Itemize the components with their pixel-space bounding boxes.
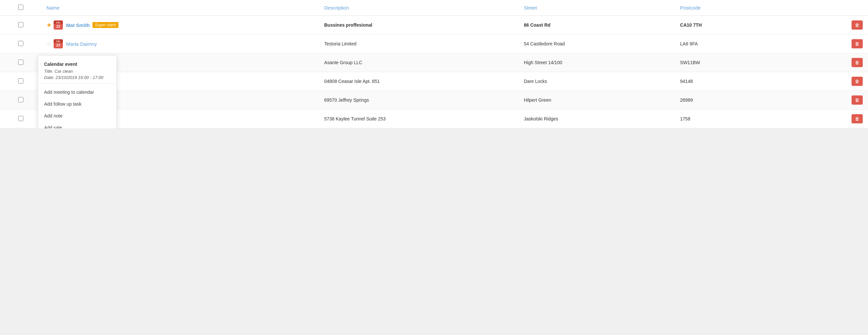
description-cell: Bussines proffesional: [319, 16, 519, 35]
action-cell: 🗑: [814, 53, 868, 72]
action-cell: 🗑: [814, 35, 868, 53]
calendar-icon[interactable]: CAL 22: [54, 21, 63, 30]
star-icon[interactable]: ☆: [46, 40, 52, 48]
row-checkbox[interactable]: [18, 97, 23, 102]
delete-button[interactable]: 🗑: [851, 114, 863, 123]
context-menu-item-note[interactable]: Add note: [38, 110, 117, 122]
table-row: ☆ 04808 Ceasar Isle Apt. 651 Dare Locks …: [0, 72, 868, 91]
calendar-icon[interactable]: CAL 23: [54, 39, 63, 49]
row-checkbox-cell: [0, 35, 41, 53]
name-cell: ☆ CAL 23 Marta Daimny: [41, 35, 319, 53]
postcode-cell: CA10 7TH: [675, 16, 814, 35]
delete-button[interactable]: 🗑: [851, 21, 863, 30]
street-cell: Dare Locks: [519, 72, 675, 91]
table-row: ☆ tag2 tag3 69570 Jeffrey Springs Hilper…: [0, 91, 868, 110]
action-cell: 🗑: [814, 91, 868, 110]
col-header-street: Street: [519, 0, 675, 16]
col-header-action: [814, 0, 868, 16]
action-cell: 🗑: [814, 110, 868, 128]
street-cell: 54 Castledore Road: [519, 35, 675, 53]
action-cell: 🗑: [814, 16, 868, 35]
context-menu-item-meeting[interactable]: Add meeting to calendar: [38, 86, 117, 98]
contact-name-link[interactable]: Mat Smith: [66, 22, 90, 28]
context-menu: Calendar event Title: Car clean Date: 23…: [38, 55, 117, 128]
col-header-description: Description: [319, 0, 519, 16]
street-cell: Hilpert Green: [519, 91, 675, 110]
contacts-table-container: Name Description Street Postcode ★: [0, 0, 868, 128]
postcode-cell: 26989: [675, 91, 814, 110]
row-checkbox-cell: [0, 53, 41, 72]
delete-button[interactable]: 🗑: [851, 58, 863, 67]
description-cell: Asante Group LLC: [319, 53, 519, 72]
col-header-name: Name: [41, 0, 319, 16]
row-checkbox-cell: [0, 72, 41, 91]
table-row: ☆ CAL 23 Marta Daimny Testoria Limited 5…: [0, 35, 868, 53]
col-header-postcode: Postcode: [675, 0, 814, 16]
context-menu-divider: [38, 83, 117, 84]
row-checkbox-cell: [0, 91, 41, 110]
postcode-cell: 1758: [675, 110, 814, 128]
street-cell: High Street 14/100: [519, 53, 675, 72]
postcode-cell: 94148: [675, 72, 814, 91]
row-checkbox[interactable]: [18, 116, 23, 121]
delete-button[interactable]: 🗑: [851, 77, 863, 86]
row-checkbox[interactable]: [18, 78, 23, 84]
star-icon[interactable]: ★: [46, 21, 52, 29]
context-menu-info-title: Title: Car clean: [38, 68, 117, 74]
street-cell: Jaskolski Ridges: [519, 110, 675, 128]
context-menu-item-followup[interactable]: Add follow up task: [38, 98, 117, 110]
action-cell: 🗑: [814, 72, 868, 91]
postcode-cell: SW11BW: [675, 53, 814, 72]
delete-button[interactable]: 🗑: [851, 95, 863, 105]
select-all-checkbox[interactable]: [18, 5, 23, 10]
table-row: ☆ CAL 23 Martin Kowalsky VIP Asante Grou…: [0, 53, 868, 72]
row-checkbox[interactable]: [18, 22, 23, 27]
description-cell: Testoria Limited: [319, 35, 519, 53]
contacts-table: Name Description Street Postcode ★: [0, 0, 868, 128]
name-cell: ★ CAL 22 Mat Smith Super client: [41, 16, 319, 35]
description-cell: 69570 Jeffrey Springs: [319, 91, 519, 110]
context-menu-info-date: Date: 23/10/2019 16:00 - 17:00: [38, 74, 117, 81]
delete-button[interactable]: 🗑: [851, 39, 863, 49]
col-header-checkbox: [0, 0, 41, 16]
context-menu-item-sale[interactable]: Add sale: [38, 122, 117, 128]
super-client-badge: Super client: [92, 22, 119, 28]
table-row: ★ CAL 22 Mat Smith Super client Bussines…: [0, 16, 868, 35]
table-row: ☆ 5738 Kaylee Tunnel Suite 253 Jaskolski…: [0, 110, 868, 128]
row-checkbox-cell: [0, 16, 41, 35]
row-checkbox[interactable]: [18, 60, 23, 65]
description-cell: 5738 Kaylee Tunnel Suite 253: [319, 110, 519, 128]
postcode-cell: LA6 9FA: [675, 35, 814, 53]
row-checkbox-cell: [0, 110, 41, 128]
description-cell: 04808 Ceasar Isle Apt. 651: [319, 72, 519, 91]
street-cell: 86 Coast Rd: [519, 16, 675, 35]
context-menu-header: Calendar event: [38, 58, 117, 68]
row-checkbox[interactable]: [18, 41, 23, 46]
contact-name-link[interactable]: Marta Daimny: [66, 41, 97, 47]
